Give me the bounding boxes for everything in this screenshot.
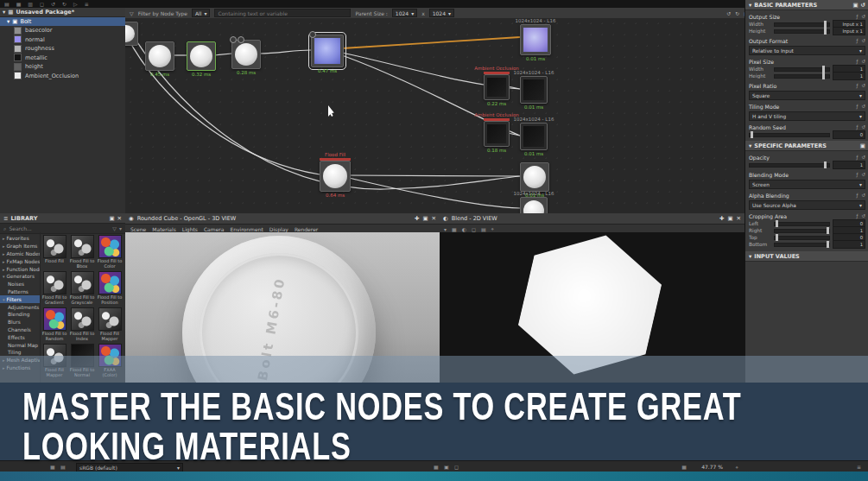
menu-materials[interactable]: Materials (152, 226, 176, 232)
graph-node[interactable] (125, 22, 138, 46)
library-tree-item[interactable]: ▸FxMap Nodes (0, 257, 40, 265)
open-icon[interactable]: ▥ (28, 1, 33, 7)
reset-icon[interactable]: ↺ (861, 172, 865, 177)
graph-node[interactable]: 1024x1024 - L16 0.01 ms (520, 76, 548, 104)
library-tree-item[interactable]: Noises (0, 281, 40, 288)
basic-parameters-header[interactable]: ▾ BASIC PARAMETERS ▣ ↺ (745, 0, 868, 10)
menu-display[interactable]: Display (269, 226, 288, 232)
crop-top-slider[interactable] (774, 236, 830, 240)
filter-icon[interactable]: ▽ (112, 225, 117, 231)
dock-icon[interactable]: ▣ (727, 215, 732, 222)
new-icon[interactable]: ▦ (16, 1, 22, 7)
graph-node[interactable]: Ambient Occlusion 0.18 ms (484, 121, 510, 147)
add-icon[interactable]: ✚ (719, 215, 724, 222)
graph-node[interactable]: 0.28 ms (231, 40, 261, 69)
menu-camera[interactable]: Camera (204, 226, 225, 232)
target-icon[interactable]: ⌖ (491, 225, 494, 232)
function-icon[interactable]: ƒ (856, 38, 858, 43)
parent-size-width-select[interactable]: 1024 ▾ (392, 9, 417, 17)
panel-icon[interactable]: ▣ (444, 464, 449, 470)
chevron-down-icon[interactable]: ▾ (3, 9, 5, 16)
reset-icon[interactable]: ↺ (861, 14, 865, 19)
library-tree-item[interactable]: ▾Generators (0, 273, 40, 281)
expand-icon[interactable]: ▸ (3, 259, 5, 264)
crop-right-slider[interactable] (774, 229, 830, 233)
crop-bottom-value[interactable]: 1 (833, 240, 865, 249)
function-icon[interactable]: ƒ (856, 193, 858, 198)
specific-parameters-header[interactable]: ▾ SPECIFIC PARAMETERS ▣ (745, 141, 868, 151)
blending-mode-select[interactable]: Screen ▾ (749, 180, 865, 189)
function-icon[interactable]: ƒ (856, 104, 858, 109)
pixel-height-slider[interactable] (774, 74, 830, 79)
graph-node-selected[interactable]: 0.47 ms (311, 35, 344, 67)
reset-icon[interactable]: ↺ (861, 193, 865, 198)
library-item[interactable]: Flood Fill to Color (97, 235, 123, 269)
library-item[interactable]: Flood Fill to Random (41, 307, 67, 341)
dock-icon[interactable]: ▣ (860, 142, 865, 149)
library-tree-item[interactable]: ▸Function Nodes (0, 265, 40, 273)
reset-icon[interactable]: ↺ (861, 104, 865, 109)
input-values-header[interactable]: ▾ INPUT VALUES (745, 251, 868, 262)
node-graph[interactable]: 0.45 ms 0.32 ms 0.28 ms 0.47 ms 1024x102… (125, 18, 744, 213)
library-item[interactable]: Flood Fill to Index (69, 307, 95, 341)
close-icon[interactable]: ✕ (737, 215, 741, 222)
opacity-slider[interactable] (749, 163, 830, 168)
graph-node[interactable]: 0.32 ms (187, 41, 216, 71)
reset-icon[interactable]: ↺ (861, 38, 865, 43)
explorer-output[interactable]: Ambient_Occlusion (0, 72, 125, 81)
zoom-level[interactable]: 47.77 % (701, 464, 723, 470)
alpha-blending-select[interactable]: Use Source Alpha ▾ (749, 200, 865, 210)
library-tree-item[interactable]: Adjustments (0, 303, 40, 311)
options-icon[interactable]: ≡ (857, 464, 861, 470)
tile-icon[interactable]: ◻ (472, 226, 476, 232)
undo-icon[interactable]: ↺ (51, 1, 55, 7)
grid-icon[interactable]: ▦ (434, 464, 439, 470)
expand-icon[interactable]: ▸ (3, 251, 5, 256)
save-icon[interactable]: ◻ (40, 1, 44, 7)
chevron-down-icon[interactable]: ▾ (119, 225, 122, 231)
output-format-select[interactable]: Relative to Input ▾ (749, 46, 865, 55)
explorer-output[interactable]: normal (0, 35, 125, 45)
add-icon[interactable]: ✚ (415, 215, 419, 222)
library-tree-item[interactable]: ▸Favorites (0, 235, 40, 243)
menu-renderer[interactable]: Renderer (295, 226, 318, 232)
graph-node-error[interactable]: Flood Fill 0.64 ms (320, 161, 351, 192)
graph-node[interactable]: 1024x1024 - L16 0.01 ms (520, 123, 548, 150)
undo-icon[interactable]: ↺ (726, 10, 731, 16)
reset-icon[interactable]: ↺ (861, 83, 865, 88)
dock-icon[interactable]: ▣ (422, 215, 428, 222)
dock-icon[interactable]: ▣ (852, 2, 858, 9)
explorer-output[interactable]: basecolor (0, 26, 125, 35)
function-icon[interactable]: ƒ (856, 172, 858, 177)
library-tree-item[interactable]: Blurs (0, 319, 40, 326)
target-icon[interactable]: ⌖ (736, 464, 738, 471)
close-icon[interactable]: ✕ (117, 215, 122, 222)
library-tree-item[interactable]: Normal Map (0, 341, 40, 349)
reset-icon[interactable]: ↺ (861, 213, 865, 218)
dock-icon[interactable]: ▣ (109, 215, 114, 222)
explorer-output[interactable]: roughness (0, 44, 125, 54)
function-icon[interactable]: ƒ (856, 14, 858, 19)
function-icon[interactable]: ƒ (856, 83, 858, 88)
menu-lights[interactable]: Lights (182, 226, 198, 232)
explorer-output[interactable]: metallic (0, 54, 125, 63)
function-icon[interactable]: ƒ (856, 213, 858, 218)
expand-icon[interactable]: ▸ (3, 236, 5, 241)
graph-node[interactable]: 1024x1024 - L16 0.01 ms (520, 24, 551, 55)
menu-scene[interactable]: Scene (130, 226, 146, 232)
library-tree-item-selected[interactable]: ▾Filters (0, 295, 40, 303)
library-item[interactable]: Flood Fill to Grayscale (69, 271, 95, 305)
width-slider[interactable] (774, 22, 830, 27)
rows-icon[interactable]: ▤ (481, 226, 486, 232)
filter-icon[interactable]: ▽ (130, 10, 134, 16)
tiling-mode-select[interactable]: H and V tiling ▾ (749, 111, 865, 121)
tiles-icon[interactable]: ▦ (681, 464, 687, 470)
library-item[interactable]: Flood Fill to Position (97, 271, 123, 305)
collapse-icon[interactable]: ▾ (3, 297, 5, 302)
library-item[interactable]: Flood Fill to Gradient (41, 271, 67, 305)
close-icon[interactable]: ✕ (432, 215, 436, 222)
expand-icon[interactable]: ▸ (3, 267, 5, 272)
library-tree-item[interactable]: ▸Graph Items (0, 243, 40, 250)
channels-icon[interactable]: ◐ (462, 226, 466, 232)
reset-icon[interactable]: ↺ (861, 124, 865, 130)
